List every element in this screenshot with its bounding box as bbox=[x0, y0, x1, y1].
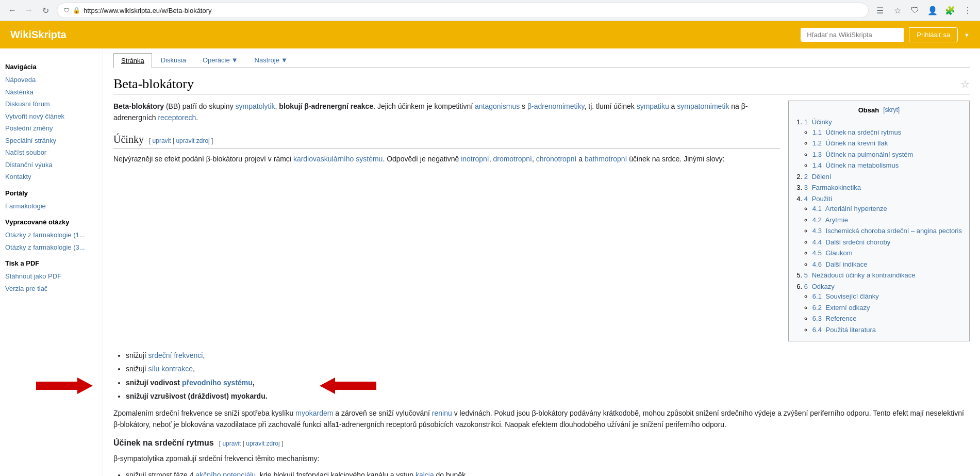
toc-item-5: 5 Nežádoucí účinky a kontraindikace bbox=[804, 270, 962, 281]
link-prevodniho-systemu[interactable]: převodního systému bbox=[182, 379, 253, 387]
shield-button[interactable]: 🛡 bbox=[908, 3, 922, 18]
link-myokardem[interactable]: myokardem bbox=[295, 409, 333, 417]
forward-button[interactable]: → bbox=[22, 3, 36, 18]
header-right: Prihlásiť sa ▼ bbox=[801, 27, 970, 42]
link-bathmotropni[interactable]: bathmotropní bbox=[585, 155, 627, 163]
sidebar-item-diskusni-forum[interactable]: Diskusní fórum bbox=[5, 98, 97, 110]
toc-item-6: 6 Odkazy 6.1 Související články 6.2 Exte… bbox=[804, 282, 962, 335]
link-sympatolytik[interactable]: sympatolytik bbox=[236, 102, 275, 110]
link-reninu[interactable]: reninu bbox=[432, 409, 452, 417]
ucinky-para2: Zpomalením srdeční frekvence se sníží sp… bbox=[113, 407, 970, 431]
toc-link-6-4[interactable]: 6.4 Použitá literatura bbox=[812, 326, 876, 334]
article-title-text: Beta-blokátory bbox=[113, 76, 194, 92]
link-inotropni[interactable]: inotropní bbox=[461, 155, 489, 163]
toc-link-6-3[interactable]: 6.3 Reference bbox=[812, 315, 857, 322]
link-antagonismus[interactable]: antagonismus bbox=[475, 102, 520, 110]
toc-link-6-2[interactable]: 6.2 Externí odkazy bbox=[812, 304, 870, 311]
srdecni-list: snižují strmost fáze 4 akčního potenciál… bbox=[126, 469, 970, 476]
toc-sublist-6: 6.1 Související články 6.2 Externí odkaz… bbox=[812, 291, 962, 335]
link-beta-adrenomimetiky[interactable]: β-adrenomimetiky bbox=[527, 102, 585, 110]
sidebar-item-vytvorit-clanek[interactable]: Vytvořit nový článek bbox=[5, 110, 97, 123]
intro-bold-start: Beta-blokátory bbox=[113, 102, 164, 110]
sidebar-section-title-tisk: Tisk a PDF bbox=[5, 259, 97, 267]
toc-link-1-2[interactable]: 1.2 Účinek na krevní tlak bbox=[812, 139, 888, 147]
list-item-vzrusivost-bold: snižují vzrušivost (dráždivost) myokardu… bbox=[126, 392, 268, 400]
link-kardiovaskularnich[interactable]: kardiovaskulárního systému bbox=[293, 155, 383, 163]
ucinky-edit-link[interactable]: upravit bbox=[153, 137, 171, 144]
toc-link-4-5[interactable]: 4.5 Glaukom bbox=[812, 249, 853, 257]
toc-link-1-3[interactable]: 1.3 Účinek na pulmonální systém bbox=[812, 151, 913, 158]
toc-link-6-1[interactable]: 6.1 Související články bbox=[812, 292, 879, 300]
sidebar-item-otazky-3[interactable]: Otázky z farmakologie (3... bbox=[5, 241, 97, 254]
sidebar-item-napoveda[interactable]: Nápoveda bbox=[5, 74, 97, 86]
sidebar-item-distancni-vyuka[interactable]: Distanční výuka bbox=[5, 159, 97, 171]
sidebar-item-tisk[interactable]: Verzia pre tlač bbox=[5, 283, 97, 295]
tab-nastroje[interactable]: Nástroje ▼ bbox=[247, 53, 295, 68]
sidebar-item-posledni-zmeny[interactable]: Poslední změny bbox=[5, 122, 97, 135]
bookmarks-button[interactable]: ☰ bbox=[873, 3, 887, 18]
menu-button[interactable]: ⋮ bbox=[960, 3, 975, 18]
srdecni-edit-source-link[interactable]: upravit zdroj bbox=[246, 440, 279, 447]
nastroje-dropdown-arrow: ▼ bbox=[281, 56, 288, 64]
tab-operacie[interactable]: Operácie ▼ bbox=[195, 53, 246, 68]
link-receptorech[interactable]: receptorech bbox=[158, 113, 196, 122]
toc-link-6[interactable]: 6 Odkazy bbox=[804, 283, 835, 290]
srdecni-edit-link[interactable]: upravit bbox=[222, 440, 241, 447]
back-button[interactable]: ← bbox=[5, 3, 20, 18]
tab-stranka[interactable]: Stránka bbox=[113, 53, 152, 68]
ucinky-edit-links: [ upravit | upravit zdroj ] bbox=[149, 136, 213, 146]
sidebar-item-farmakologie[interactable]: Farmakologie bbox=[5, 200, 97, 212]
link-kalcia[interactable]: kalcia bbox=[416, 471, 434, 476]
section-heading-ucinky: Účinky [ upravit | upravit zdroj ] bbox=[113, 131, 780, 149]
toc-link-2[interactable]: 2 Dělení bbox=[804, 173, 831, 180]
toc-link-4-1[interactable]: 4.1 Arteriální hypertenze bbox=[812, 205, 887, 212]
extensions-button[interactable]: 🧩 bbox=[943, 3, 957, 18]
toc-link-4-4[interactable]: 4.4 Další srdeční choroby bbox=[812, 238, 890, 246]
search-input[interactable] bbox=[801, 28, 904, 42]
toc-link-4-3[interactable]: 4.3 Ischemická choroba srdeční – angina … bbox=[812, 227, 962, 235]
toc-hide-button[interactable]: [skryt] bbox=[883, 106, 900, 114]
reload-button[interactable]: ↻ bbox=[38, 3, 53, 18]
toc-link-4-2[interactable]: 4.2 Arytmie bbox=[812, 216, 848, 224]
ucinky-edit-source-link[interactable]: upravit zdroj bbox=[176, 137, 209, 144]
sidebar-item-nacist-soubor[interactable]: Načíst soubor bbox=[5, 146, 97, 159]
toc-link-1-1[interactable]: 1.1 Účinek na srdeční rytmus bbox=[812, 128, 901, 136]
link-chronotropni[interactable]: chronotropní bbox=[536, 155, 577, 163]
sidebar-section-navigation: Navigácia Nápoveda Nástěnka Diskusní fór… bbox=[5, 63, 97, 183]
login-dropdown-arrow[interactable]: ▼ bbox=[964, 32, 970, 38]
sidebar-item-specialni-stranky[interactable]: Speciální stránky bbox=[5, 135, 97, 147]
toc-item-2: 2 Dělení bbox=[804, 172, 962, 182]
toc-link-4-6[interactable]: 4.6 Další indikace bbox=[812, 260, 868, 268]
site-logo[interactable]: WikiSkripta bbox=[10, 29, 67, 41]
url-text: https://www.wikiskripta.eu/w/Beta-blokát… bbox=[84, 7, 862, 14]
lock-icon: 🔒 bbox=[73, 7, 80, 14]
table-of-contents: Obsah [skryt] 1 Účinky 1.1 Účinek na srd… bbox=[788, 101, 970, 341]
profile-button[interactable]: 👤 bbox=[925, 3, 940, 18]
link-silu-kontrakce[interactable]: sílu kontrakce bbox=[148, 365, 193, 373]
sidebar-item-kontakty[interactable]: Kontakty bbox=[5, 171, 97, 183]
toc-link-5[interactable]: 5 Nežádoucí účinky a kontraindikace bbox=[804, 271, 916, 279]
address-bar[interactable]: 🛡 🔒 https://www.wikiskripta.eu/w/Beta-bl… bbox=[57, 3, 869, 18]
login-button[interactable]: Prihlásiť sa bbox=[909, 27, 958, 42]
sidebar-section-otazky: Vypracované otázky Otázky z farmakologie… bbox=[5, 218, 97, 253]
toc-link-1[interactable]: 1 Účinky bbox=[804, 118, 832, 126]
link-srdecni-frekvenci[interactable]: srdeční frekvenci bbox=[148, 351, 203, 359]
security-icon: 🛡 bbox=[63, 7, 70, 14]
sidebar-item-pdf[interactable]: Stáhnout jako PDF bbox=[5, 270, 97, 283]
toc-link-4[interactable]: 4 Použití bbox=[804, 195, 833, 203]
link-sympatomimetik[interactable]: sympatomimetik bbox=[677, 102, 729, 110]
section-heading-ucinky-text: Účinky bbox=[113, 131, 144, 147]
sidebar-section-tisk: Tisk a PDF Stáhnout jako PDF Verzia pre … bbox=[5, 259, 97, 294]
star-button[interactable]: ☆ bbox=[890, 3, 905, 18]
toc-item-1: 1 Účinky 1.1 Účinek na srdeční rytmus 1.… bbox=[804, 117, 962, 171]
tab-diskusia[interactable]: Diskusia bbox=[153, 53, 194, 68]
sidebar-item-otazky-1[interactable]: Otázky z farmakologie (1... bbox=[5, 229, 97, 241]
link-sympatiku[interactable]: sympatiku bbox=[637, 102, 669, 110]
toc-link-1-4[interactable]: 1.4 Účinek na metabolismus bbox=[812, 161, 899, 169]
list-item-prevodniho-bold: snižují vodivost převodního systému, bbox=[126, 379, 255, 387]
link-akcniho-potencialu[interactable]: akčního potenciálu bbox=[195, 471, 256, 476]
link-dromotropni[interactable]: dromotropní bbox=[493, 155, 531, 163]
bookmark-star-icon[interactable]: ☆ bbox=[960, 78, 970, 90]
sidebar-item-nastenka[interactable]: Nástěnka bbox=[5, 86, 97, 99]
toc-link-3[interactable]: 3 Farmakokinetika bbox=[804, 184, 861, 191]
